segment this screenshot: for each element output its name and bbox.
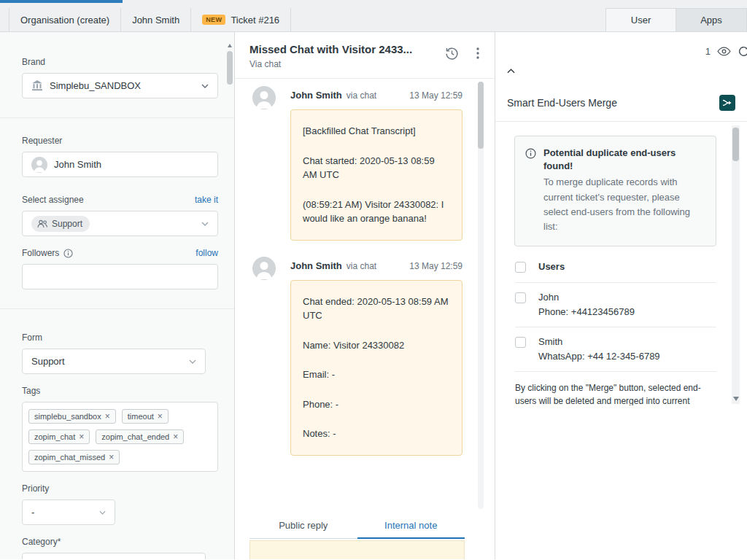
user-detail: WhatsApp: +44 12-345-6789 xyxy=(538,351,660,362)
composer-tabs: Public reply Internal note xyxy=(249,512,465,539)
form-label: Form xyxy=(22,332,218,343)
app-scrollbar[interactable] xyxy=(732,125,740,404)
tag-remove-icon[interactable]: × xyxy=(173,432,178,441)
scrollbar-thumb[interactable] xyxy=(478,82,484,149)
assignee-value: Support xyxy=(52,219,82,229)
kebab-menu-icon[interactable] xyxy=(470,45,486,61)
tag-zopim-chat-missed[interactable]: zopim_chat_missed× xyxy=(28,450,120,464)
message-content: John Smith via chat 13 May 12:59 Chat en… xyxy=(290,257,462,456)
tag-remove-icon[interactable]: × xyxy=(105,412,110,421)
message-timestamp: 13 May 12:59 xyxy=(409,261,462,271)
user-detail: Phone: +44123456789 xyxy=(538,306,635,317)
brand-select[interactable]: Simplebu_SANDBOX xyxy=(22,73,218,98)
notice-body: To merge duplicate records with current … xyxy=(543,175,705,234)
tag-remove-icon[interactable]: × xyxy=(79,432,84,441)
message-line: Email: - xyxy=(303,368,450,382)
take-it-link[interactable]: take it xyxy=(195,195,218,205)
sidebar-scrollbar[interactable] xyxy=(227,44,233,555)
priority-select[interactable]: - xyxy=(22,499,115,525)
tab-organisation-create[interactable]: Organisation (create) xyxy=(9,8,120,31)
history-icon[interactable] xyxy=(444,45,460,61)
scrollbar-thumb[interactable] xyxy=(732,128,739,161)
ticket-fields: Brand Simplebu_SANDBOX Requester John Sm… xyxy=(0,32,234,559)
assignee-select[interactable]: Support xyxy=(22,211,218,236)
conversation-actions xyxy=(444,45,486,61)
user-info: Smith WhatsApp: +44 12-345-6789 xyxy=(538,336,660,362)
chevron-down-icon xyxy=(201,222,209,226)
priority-label: Priority xyxy=(22,483,218,494)
brand-label: Brand xyxy=(22,57,218,67)
requester-label: Requester xyxy=(22,136,218,146)
message-line: Notes: - xyxy=(303,427,450,441)
category-select[interactable]: - xyxy=(22,553,206,559)
tab-john-smith[interactable]: John Smith xyxy=(120,8,190,31)
tab-public-reply[interactable]: Public reply xyxy=(249,512,357,538)
section-divider xyxy=(0,308,234,309)
section-divider xyxy=(0,117,234,118)
tab-ticket-216[interactable]: NEW Ticket #216 xyxy=(190,8,291,31)
ticket-fields-sidebar: Brand Simplebu_SANDBOX Requester John Sm… xyxy=(0,32,235,559)
follow-link[interactable]: follow xyxy=(196,248,218,258)
viewers-indicator: 1 xyxy=(705,45,746,58)
tag-remove-icon[interactable]: × xyxy=(158,412,163,421)
merge-footer-note: By clicking on the "Merge" button, selec… xyxy=(515,381,716,405)
user-name: John xyxy=(538,292,635,303)
tag-simplebu-sandbox[interactable]: simplebu_sandbox× xyxy=(28,409,116,424)
refresh-icon[interactable] xyxy=(738,45,747,58)
scroll-down-icon[interactable] xyxy=(733,397,739,401)
tab-internal-note[interactable]: Internal note xyxy=(357,512,465,538)
info-icon xyxy=(63,249,73,258)
message: John Smith via chat 13 May 12:59 [Backfi… xyxy=(235,80,495,251)
tag-remove-icon[interactable]: × xyxy=(109,453,114,462)
message-list: John Smith via chat 13 May 12:59 [Backfi… xyxy=(235,79,495,512)
user-row-john: John Phone: +44123456789 xyxy=(515,283,716,327)
conversation-panel: Missed Chat with Visitor 2433... Via cha… xyxy=(235,32,495,559)
users-header-label: Users xyxy=(538,261,565,272)
app-title: Smart End-Users Merge xyxy=(507,97,617,109)
message-content: John Smith via chat 13 May 12:59 [Backfi… xyxy=(290,86,462,241)
avatar xyxy=(252,86,276,109)
user-checkbox[interactable] xyxy=(515,337,526,348)
avatar xyxy=(252,257,276,280)
apps-toggle-button[interactable]: Apps xyxy=(676,8,747,31)
new-badge: NEW xyxy=(202,15,225,25)
followers-input[interactable] xyxy=(22,264,218,289)
tag-zopim-chat-ended[interactable]: zopim_chat_ended× xyxy=(96,429,184,444)
tag-zopim-chat[interactable]: zopim_chat× xyxy=(28,429,90,444)
chevron-down-icon xyxy=(201,84,209,88)
users-header-row: Users xyxy=(515,252,716,283)
internal-note-editor[interactable] xyxy=(249,540,465,559)
assignee-label-row: Select assignee take it xyxy=(22,195,218,205)
user-toggle-button[interactable]: User xyxy=(605,8,676,31)
tags-box[interactable]: simplebu_sandbox× timeout× zopim_chat× z… xyxy=(22,402,218,472)
composer: Public reply Internal note xyxy=(235,512,495,559)
scrollbar-thumb[interactable] xyxy=(227,51,233,85)
collapse-app-icon[interactable] xyxy=(504,66,517,76)
main-content: Brand Simplebu_SANDBOX Requester John Sm… xyxy=(0,32,747,559)
message-header: John Smith via chat 13 May 12:59 xyxy=(290,86,462,101)
eye-icon xyxy=(717,47,731,56)
chevron-down-icon xyxy=(99,510,106,515)
messages-scrollbar[interactable] xyxy=(478,82,484,509)
message: John Smith via chat 13 May 12:59 Chat en… xyxy=(235,251,495,466)
user-info: John Phone: +44123456789 xyxy=(538,292,635,317)
form-select[interactable]: Support xyxy=(22,349,206,374)
user-checkbox[interactable] xyxy=(515,292,526,303)
brand-value: Simplebu_SANDBOX xyxy=(50,80,141,91)
field-label-text: Followers xyxy=(22,248,59,258)
chat-transcript-bubble: Chat ended: 2020-05-13 08:59 AM UTC Name… xyxy=(290,280,462,456)
message-channel: via chat xyxy=(347,261,376,271)
chat-transcript-bubble: [Backfilled Chat Transcript] Chat starte… xyxy=(290,109,462,241)
scroll-up-icon[interactable] xyxy=(228,44,232,47)
field-label-text: Tags xyxy=(22,386,40,396)
tag-timeout[interactable]: timeout× xyxy=(122,409,169,424)
info-icon xyxy=(525,148,536,234)
message-line: [Backfilled Chat Transcript] xyxy=(303,124,450,139)
message-line: Chat started: 2020-05-13 08:59 AM UTC xyxy=(303,154,450,182)
tab-label: John Smith xyxy=(132,15,179,26)
message-author: John Smith xyxy=(290,260,342,271)
requester-field[interactable]: John Smith xyxy=(22,152,218,177)
field-label-text: Select assignee xyxy=(22,195,84,205)
select-all-checkbox[interactable] xyxy=(515,262,526,273)
message-line: (08:59:21 AM) Visitor 24330082: I would … xyxy=(303,198,450,226)
